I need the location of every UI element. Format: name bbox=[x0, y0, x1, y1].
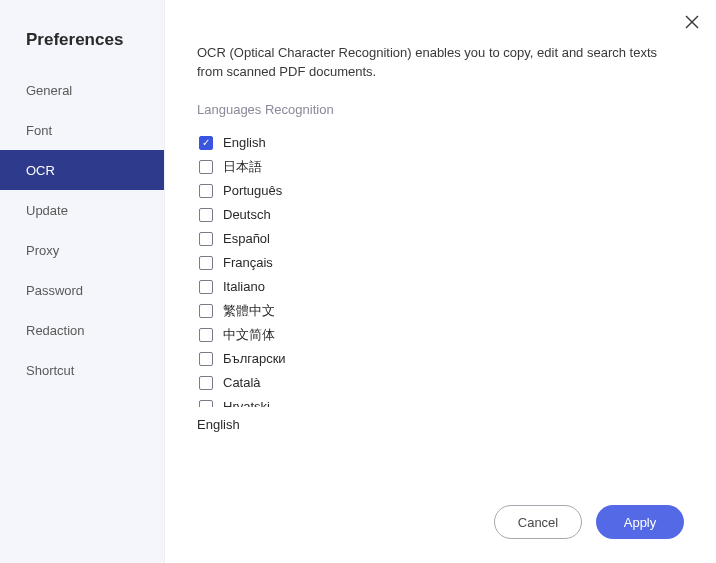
language-label: 繁體中文 bbox=[223, 302, 275, 320]
language-label: Français bbox=[223, 255, 273, 270]
language-checkbox[interactable]: ✓ bbox=[199, 136, 213, 150]
languages-section-label: Languages Recognition bbox=[197, 102, 690, 117]
sidebar-item-redaction[interactable]: Redaction bbox=[0, 310, 164, 350]
sidebar-item-ocr[interactable]: OCR bbox=[0, 150, 164, 190]
language-checkbox[interactable] bbox=[199, 304, 213, 318]
sidebar-item-label: Password bbox=[26, 283, 83, 298]
language-label: Català bbox=[223, 375, 261, 390]
close-icon bbox=[685, 15, 699, 29]
language-row[interactable]: Български bbox=[199, 347, 690, 371]
language-list[interactable]: ✓English日本語PortuguêsDeutschEspañolFrança… bbox=[197, 127, 690, 407]
main-panel: OCR (Optical Character Recognition) enab… bbox=[165, 0, 716, 563]
cancel-button[interactable]: Cancel bbox=[494, 505, 582, 539]
language-row[interactable]: 中文简体 bbox=[199, 323, 690, 347]
language-row[interactable]: Português bbox=[199, 179, 690, 203]
language-row[interactable]: Hrvatski bbox=[199, 395, 690, 407]
language-row[interactable]: Deutsch bbox=[199, 203, 690, 227]
sidebar-item-label: Redaction bbox=[26, 323, 85, 338]
language-checkbox[interactable] bbox=[199, 352, 213, 366]
sidebar-item-font[interactable]: Font bbox=[0, 110, 164, 150]
sidebar-item-label: OCR bbox=[26, 163, 55, 178]
sidebar-item-update[interactable]: Update bbox=[0, 190, 164, 230]
language-row[interactable]: 日本語 bbox=[199, 155, 690, 179]
language-row[interactable]: Français bbox=[199, 251, 690, 275]
language-checkbox[interactable] bbox=[199, 256, 213, 270]
language-label: Português bbox=[223, 183, 282, 198]
language-checkbox[interactable] bbox=[199, 280, 213, 294]
language-row[interactable]: Español bbox=[199, 227, 690, 251]
language-label: English bbox=[223, 135, 266, 150]
sidebar-item-label: Update bbox=[26, 203, 68, 218]
language-label: Deutsch bbox=[223, 207, 271, 222]
language-label: Italiano bbox=[223, 279, 265, 294]
language-checkbox[interactable] bbox=[199, 184, 213, 198]
sidebar-item-proxy[interactable]: Proxy bbox=[0, 230, 164, 270]
sidebar-item-label: General bbox=[26, 83, 72, 98]
language-checkbox[interactable] bbox=[199, 328, 213, 342]
close-button[interactable] bbox=[684, 14, 700, 30]
language-row[interactable]: Català bbox=[199, 371, 690, 395]
selected-languages-summary: English bbox=[197, 417, 690, 432]
sidebar-title: Preferences bbox=[0, 30, 164, 70]
language-checkbox[interactable] bbox=[199, 208, 213, 222]
sidebar-item-password[interactable]: Password bbox=[0, 270, 164, 310]
language-label: Български bbox=[223, 351, 286, 366]
sidebar-item-label: Proxy bbox=[26, 243, 59, 258]
sidebar-item-general[interactable]: General bbox=[0, 70, 164, 110]
sidebar-item-label: Font bbox=[26, 123, 52, 138]
language-label: 中文简体 bbox=[223, 326, 275, 344]
ocr-description: OCR (Optical Character Recognition) enab… bbox=[197, 44, 667, 82]
language-row[interactable]: Italiano bbox=[199, 275, 690, 299]
sidebar: Preferences GeneralFontOCRUpdateProxyPas… bbox=[0, 0, 165, 563]
dialog-footer: Cancel Apply bbox=[494, 505, 684, 539]
language-row[interactable]: 繁體中文 bbox=[199, 299, 690, 323]
sidebar-item-label: Shortcut bbox=[26, 363, 74, 378]
language-checkbox[interactable] bbox=[199, 376, 213, 390]
sidebar-item-shortcut[interactable]: Shortcut bbox=[0, 350, 164, 390]
language-checkbox[interactable] bbox=[199, 232, 213, 246]
language-checkbox[interactable] bbox=[199, 160, 213, 174]
language-checkbox[interactable] bbox=[199, 400, 213, 407]
apply-button[interactable]: Apply bbox=[596, 505, 684, 539]
language-label: Español bbox=[223, 231, 270, 246]
language-row[interactable]: ✓English bbox=[199, 131, 690, 155]
language-label: 日本語 bbox=[223, 158, 262, 176]
language-label: Hrvatski bbox=[223, 399, 270, 407]
preferences-window: Preferences GeneralFontOCRUpdateProxyPas… bbox=[0, 0, 716, 563]
